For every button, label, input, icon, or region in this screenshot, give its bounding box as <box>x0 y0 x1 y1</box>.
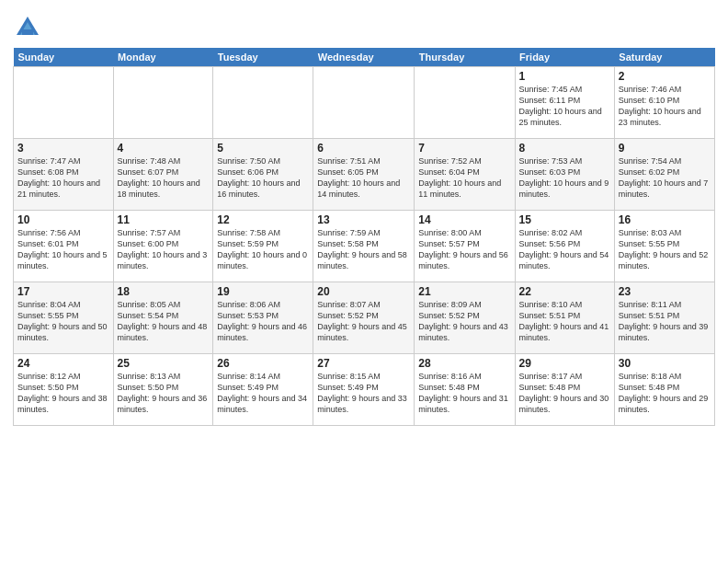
day-info: Sunrise: 8:15 AM Sunset: 5:49 PM Dayligh… <box>317 371 410 416</box>
day-number: 13 <box>317 213 410 226</box>
day-number: 27 <box>317 357 410 370</box>
day-info: Sunrise: 8:09 AM Sunset: 5:52 PM Dayligh… <box>418 299 510 344</box>
day-info: Sunrise: 8:18 AM Sunset: 5:48 PM Dayligh… <box>619 371 711 416</box>
day-info: Sunrise: 8:13 AM Sunset: 5:50 PM Dayligh… <box>118 371 210 416</box>
weekday-header-thursday: Thursday <box>415 48 515 67</box>
day-number: 5 <box>217 142 309 155</box>
calendar-cell: 26Sunrise: 8:14 AM Sunset: 5:49 PM Dayli… <box>213 354 313 426</box>
logo <box>13 13 44 42</box>
day-number: 21 <box>418 285 510 298</box>
day-info: Sunrise: 7:53 AM Sunset: 6:03 PM Dayligh… <box>519 155 610 201</box>
svg-rect-2 <box>22 29 33 35</box>
day-info: Sunrise: 8:16 AM Sunset: 5:48 PM Dayligh… <box>418 371 510 416</box>
day-info: Sunrise: 7:54 AM Sunset: 6:02 PM Dayligh… <box>619 155 711 201</box>
day-info: Sunrise: 8:02 AM Sunset: 5:56 PM Dayligh… <box>519 227 610 272</box>
day-number: 23 <box>619 285 711 298</box>
day-number: 30 <box>619 357 711 370</box>
calendar-cell: 11Sunrise: 7:57 AM Sunset: 6:00 PM Dayli… <box>113 211 213 282</box>
weekday-header-sunday: Sunday <box>14 48 114 67</box>
calendar-cell: 19Sunrise: 8:06 AM Sunset: 5:53 PM Dayli… <box>213 282 313 354</box>
day-info: Sunrise: 7:47 AM Sunset: 6:08 PM Dayligh… <box>17 155 109 201</box>
day-number: 16 <box>619 213 711 226</box>
weekday-header-wednesday: Wednesday <box>313 48 415 67</box>
day-number: 11 <box>118 213 210 226</box>
day-number: 28 <box>418 357 510 370</box>
calendar-week-row: 17Sunrise: 8:04 AM Sunset: 5:55 PM Dayli… <box>14 282 715 354</box>
page-container: SundayMondayTuesdayWednesdayThursdayFrid… <box>0 0 728 431</box>
calendar-cell: 15Sunrise: 8:02 AM Sunset: 5:56 PM Dayli… <box>515 211 614 282</box>
calendar-cell: 4Sunrise: 7:48 AM Sunset: 6:07 PM Daylig… <box>113 139 213 211</box>
day-info: Sunrise: 7:48 AM Sunset: 6:07 PM Dayligh… <box>118 155 210 201</box>
calendar-cell: 10Sunrise: 7:56 AM Sunset: 6:01 PM Dayli… <box>14 211 114 282</box>
day-info: Sunrise: 8:07 AM Sunset: 5:52 PM Dayligh… <box>317 299 410 344</box>
day-info: Sunrise: 7:59 AM Sunset: 5:58 PM Dayligh… <box>317 227 410 272</box>
day-number: 15 <box>519 213 610 226</box>
calendar-cell: 16Sunrise: 8:03 AM Sunset: 5:55 PM Dayli… <box>614 211 714 282</box>
calendar-cell: 8Sunrise: 7:53 AM Sunset: 6:03 PM Daylig… <box>515 139 614 211</box>
day-info: Sunrise: 8:04 AM Sunset: 5:55 PM Dayligh… <box>17 299 109 344</box>
calendar-cell: 24Sunrise: 8:12 AM Sunset: 5:50 PM Dayli… <box>14 354 114 426</box>
day-number: 22 <box>519 285 610 298</box>
calendar-cell: 18Sunrise: 8:05 AM Sunset: 5:54 PM Dayli… <box>113 282 213 354</box>
calendar-cell: 9Sunrise: 7:54 AM Sunset: 6:02 PM Daylig… <box>614 139 714 211</box>
calendar-cell: 14Sunrise: 8:00 AM Sunset: 5:57 PM Dayli… <box>415 211 515 282</box>
day-number: 1 <box>519 70 610 83</box>
day-info: Sunrise: 8:10 AM Sunset: 5:51 PM Dayligh… <box>519 299 610 344</box>
day-number: 18 <box>118 285 210 298</box>
calendar-cell: 12Sunrise: 7:58 AM Sunset: 5:59 PM Dayli… <box>213 211 313 282</box>
calendar-cell: 7Sunrise: 7:52 AM Sunset: 6:04 PM Daylig… <box>415 139 515 211</box>
calendar-cell: 27Sunrise: 8:15 AM Sunset: 5:49 PM Dayli… <box>313 354 415 426</box>
day-info: Sunrise: 7:51 AM Sunset: 6:05 PM Dayligh… <box>317 155 410 201</box>
calendar-week-row: 3Sunrise: 7:47 AM Sunset: 6:08 PM Daylig… <box>14 139 715 211</box>
weekday-header-saturday: Saturday <box>614 48 714 67</box>
weekday-header-monday: Monday <box>113 48 213 67</box>
day-info: Sunrise: 8:11 AM Sunset: 5:51 PM Dayligh… <box>619 299 711 344</box>
day-info: Sunrise: 8:03 AM Sunset: 5:55 PM Dayligh… <box>619 227 711 272</box>
logo-icon <box>13 13 42 42</box>
calendar-cell: 20Sunrise: 8:07 AM Sunset: 5:52 PM Dayli… <box>313 282 415 354</box>
calendar-cell <box>213 67 313 139</box>
calendar-cell <box>113 67 213 139</box>
calendar-table: SundayMondayTuesdayWednesdayThursdayFrid… <box>13 48 715 426</box>
calendar-cell: 21Sunrise: 8:09 AM Sunset: 5:52 PM Dayli… <box>415 282 515 354</box>
day-number: 20 <box>317 285 410 298</box>
calendar-week-row: 1Sunrise: 7:45 AM Sunset: 6:11 PM Daylig… <box>14 67 715 139</box>
calendar-cell: 6Sunrise: 7:51 AM Sunset: 6:05 PM Daylig… <box>313 139 415 211</box>
day-number: 17 <box>17 285 109 298</box>
day-number: 26 <box>217 357 309 370</box>
day-info: Sunrise: 7:46 AM Sunset: 6:10 PM Dayligh… <box>619 84 711 129</box>
calendar-cell: 23Sunrise: 8:11 AM Sunset: 5:51 PM Dayli… <box>614 282 714 354</box>
day-number: 7 <box>418 142 510 155</box>
day-number: 3 <box>17 142 109 155</box>
calendar-cell <box>313 67 415 139</box>
weekday-header-tuesday: Tuesday <box>213 48 313 67</box>
calendar-cell: 25Sunrise: 8:13 AM Sunset: 5:50 PM Dayli… <box>113 354 213 426</box>
calendar-cell: 29Sunrise: 8:17 AM Sunset: 5:48 PM Dayli… <box>515 354 614 426</box>
day-number: 29 <box>519 357 610 370</box>
day-number: 8 <box>519 142 610 155</box>
day-number: 10 <box>17 213 109 226</box>
day-info: Sunrise: 8:17 AM Sunset: 5:48 PM Dayligh… <box>519 371 610 416</box>
day-info: Sunrise: 8:12 AM Sunset: 5:50 PM Dayligh… <box>17 371 109 416</box>
calendar-cell: 1Sunrise: 7:45 AM Sunset: 6:11 PM Daylig… <box>515 67 614 139</box>
day-number: 24 <box>17 357 109 370</box>
day-number: 4 <box>118 142 210 155</box>
day-info: Sunrise: 7:57 AM Sunset: 6:00 PM Dayligh… <box>118 227 210 272</box>
day-number: 25 <box>118 357 210 370</box>
day-info: Sunrise: 8:05 AM Sunset: 5:54 PM Dayligh… <box>118 299 210 344</box>
calendar-cell: 13Sunrise: 7:59 AM Sunset: 5:58 PM Dayli… <box>313 211 415 282</box>
day-number: 2 <box>619 70 711 83</box>
day-info: Sunrise: 7:45 AM Sunset: 6:11 PM Dayligh… <box>519 84 610 129</box>
calendar-cell <box>415 67 515 139</box>
calendar-cell: 30Sunrise: 8:18 AM Sunset: 5:48 PM Dayli… <box>614 354 714 426</box>
day-number: 12 <box>217 213 309 226</box>
page-header <box>13 9 715 42</box>
calendar-week-row: 24Sunrise: 8:12 AM Sunset: 5:50 PM Dayli… <box>14 354 715 426</box>
day-info: Sunrise: 8:00 AM Sunset: 5:57 PM Dayligh… <box>418 227 510 272</box>
calendar-cell: 2Sunrise: 7:46 AM Sunset: 6:10 PM Daylig… <box>614 67 714 139</box>
calendar-header-row: SundayMondayTuesdayWednesdayThursdayFrid… <box>14 48 715 67</box>
day-info: Sunrise: 7:58 AM Sunset: 5:59 PM Dayligh… <box>217 227 309 272</box>
day-info: Sunrise: 8:14 AM Sunset: 5:49 PM Dayligh… <box>217 371 309 416</box>
day-info: Sunrise: 7:56 AM Sunset: 6:01 PM Dayligh… <box>17 227 109 272</box>
calendar-cell: 17Sunrise: 8:04 AM Sunset: 5:55 PM Dayli… <box>14 282 114 354</box>
